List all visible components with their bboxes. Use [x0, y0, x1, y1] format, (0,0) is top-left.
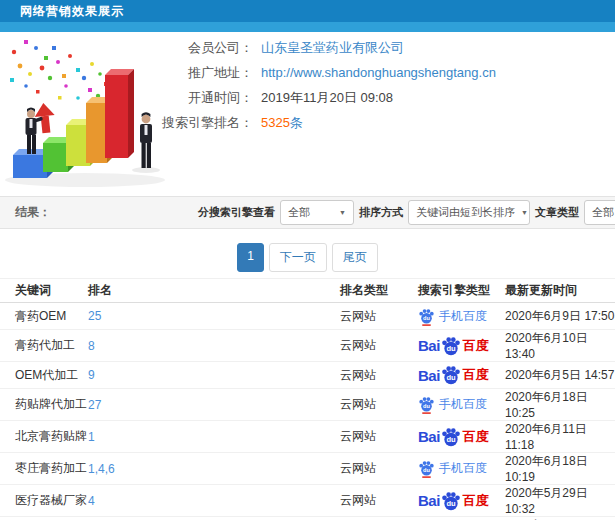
filter-controls: 分搜索引擎查看 全部 ▼ 排序方式 关键词由短到长排序 ▼ 文章类型 全部 ▼ …	[198, 197, 615, 228]
sort-filter-label: 排序方式	[359, 205, 403, 220]
promo-url-link[interactable]: http://www.shandonghuangshengtang.cn	[261, 65, 496, 80]
header-rank: 排名	[88, 279, 340, 303]
table-row: 医疗器械厂家 4 云网站 Bai du 百度 2020年5月29日 10:32	[0, 485, 615, 517]
page-title: 网络营销效果展示	[20, 4, 124, 18]
result-label: 结果：	[15, 197, 51, 228]
confetti-dots	[10, 40, 112, 106]
keyword-cell: 北京膏药贴牌	[0, 421, 88, 453]
keyword-cell: OEM代加工	[0, 362, 88, 389]
rank-type-cell: 云网站	[340, 485, 410, 517]
rank-link[interactable]: 17	[88, 517, 340, 520]
keyword-cell: 药贴牌代加工	[0, 389, 88, 421]
chevron-down-icon: ▼	[521, 209, 528, 216]
rank-link[interactable]: 1,4,6	[88, 453, 340, 485]
rank-type-cell: 云网站	[340, 517, 410, 520]
baidu-logo-cn-text: 百度	[463, 337, 489, 355]
baidu-paw-icon: du	[418, 395, 435, 414]
engine-filter-label: 分搜索引擎查看	[198, 205, 275, 220]
rank-link[interactable]: 8	[88, 330, 340, 362]
bar-red	[105, 69, 134, 158]
baidu-logo-bai-text: Bai	[418, 337, 440, 354]
engine-type-cell: Bai du 百度	[410, 330, 505, 362]
baidu-logo-cn-text: 百度	[463, 428, 489, 446]
article-type-label: 文章类型	[535, 205, 579, 220]
rank-link[interactable]: 1	[88, 421, 340, 453]
update-time-cell: 2020年6月18日 10:19	[505, 453, 615, 485]
engine-type-cell: Bai du 百度	[410, 421, 505, 453]
company-label: 会员公司：	[153, 39, 253, 57]
update-time-cell: 2020年6月10日 13:40	[505, 330, 615, 362]
baidu-logo-bai-text: Bai	[418, 492, 440, 509]
table-header-row: 关键词 排名 排名类型 搜索引擎类型 最新更新时间	[0, 279, 615, 303]
update-time-cell: 2020年6月11日 11:40	[505, 517, 615, 520]
marketing-report-page: 网络营销效果展示	[0, 0, 615, 520]
baidu-logo-bai-text: Bai	[418, 367, 440, 384]
header-update-time: 最新更新时间	[505, 279, 615, 303]
article-type-select[interactable]: 全部 ▼	[584, 200, 615, 225]
open-time-label: 开通时间：	[153, 89, 253, 107]
keyword-cell: 膏药代加工	[0, 330, 88, 362]
update-time-cell: 2020年6月9日 17:50	[505, 303, 615, 330]
rank-type-cell: 云网站	[340, 362, 410, 389]
update-time-cell: 2020年6月18日 10:25	[505, 389, 615, 421]
baidu-paw-icon: du	[441, 427, 461, 447]
baidu-logo-badge: Bai du 百度	[418, 365, 505, 385]
info-row-company: 会员公司： 山东皇圣堂药业有限公司	[153, 35, 613, 60]
results-table-container: 关键词 排名 排名类型 搜索引擎类型 最新更新时间 膏药OEM 25 云网站 d…	[0, 278, 615, 520]
next-page-button[interactable]: 下一页	[269, 243, 327, 272]
rank-type-cell: 云网站	[340, 453, 410, 485]
update-time-cell: 2020年6月11日 11:18	[505, 421, 615, 453]
table-row: 药贴牌代加工 27 云网站 du 手机百度 2020年6月18日 10:25	[0, 389, 615, 421]
header-engine-type: 搜索引擎类型	[410, 279, 505, 303]
baidu-paw-icon: du	[441, 491, 461, 511]
pagination: 1 下一页 尾页	[0, 243, 615, 272]
baidu-logo-badge: Bai du 百度	[418, 427, 505, 447]
table-row: 北京膏药贴牌 1 云网站 Bai du 百度 2020年6月11日 11:18	[0, 421, 615, 453]
sort-filter-value: 关键词由短到长排序	[416, 205, 515, 220]
ranking-count-value: 5325条	[261, 114, 303, 132]
page-button-current[interactable]: 1	[237, 243, 264, 272]
company-info-panel: 会员公司： 山东皇圣堂药业有限公司 推广地址： http://www.shand…	[153, 35, 613, 135]
results-table: 关键词 排名 排名类型 搜索引擎类型 最新更新时间 膏药OEM 25 云网站 d…	[0, 278, 615, 520]
mobile-baidu-badge: du 手机百度	[418, 459, 505, 478]
keyword-cell: 菏泽膏药厂家	[0, 517, 88, 520]
baidu-paw-icon: du	[418, 459, 435, 478]
baidu-logo-cn-text: 百度	[463, 492, 489, 510]
header-keyword: 关键词	[0, 279, 88, 303]
ranking-count-label: 搜索引擎排名：	[153, 114, 253, 132]
rank-type-cell: 云网站	[340, 330, 410, 362]
rank-type-cell: 云网站	[340, 389, 410, 421]
table-row: 菏泽膏药厂家 17 云网站 du 手机百度 2020年6月11日 11:40	[0, 517, 615, 520]
open-time-value: 2019年11月20日 09:08	[261, 89, 393, 107]
svg-text:du: du	[446, 435, 456, 444]
businessman-right	[140, 112, 152, 168]
rank-link[interactable]: 25	[88, 303, 340, 330]
header-rank-type: 排名类型	[340, 279, 410, 303]
rank-link[interactable]: 4	[88, 485, 340, 517]
last-page-button[interactable]: 尾页	[332, 243, 378, 272]
engine-filter-select[interactable]: 全部 ▼	[280, 200, 354, 225]
engine-type-cell: Bai du 百度	[410, 485, 505, 517]
title-bar-accent-strip	[0, 22, 615, 32]
results-table-body: 膏药OEM 25 云网站 du 手机百度 2020年6月9日 17:50 膏药代…	[0, 303, 615, 520]
rank-type-cell: 云网站	[340, 421, 410, 453]
table-row: 膏药OEM 25 云网站 du 手机百度 2020年6月9日 17:50	[0, 303, 615, 330]
engine-type-cell: du 手机百度	[410, 517, 505, 520]
rank-link[interactable]: 9	[88, 362, 340, 389]
keyword-cell: 膏药OEM	[0, 303, 88, 330]
sort-filter-select[interactable]: 关键词由短到长排序 ▼	[408, 200, 530, 225]
rank-link[interactable]: 27	[88, 389, 340, 421]
info-row-open-time: 开通时间： 2019年11月20日 09:08	[153, 85, 613, 110]
keyword-cell: 医疗器械厂家	[0, 485, 88, 517]
mobile-baidu-label: 手机百度	[439, 396, 487, 413]
info-row-ranking-count: 搜索引擎排名： 5325条	[153, 110, 613, 135]
baidu-logo-bai-text: Bai	[418, 428, 440, 445]
mobile-baidu-badge: du 手机百度	[418, 395, 505, 414]
svg-text:du: du	[446, 373, 456, 382]
table-row: OEM代加工 9 云网站 Bai du 百度 2020年6月5日 14:57	[0, 362, 615, 389]
baidu-paw-icon: du	[441, 365, 461, 385]
up-arrow	[33, 102, 56, 134]
engine-type-cell: du 手机百度	[410, 389, 505, 421]
company-name-link[interactable]: 山东皇圣堂药业有限公司	[261, 39, 404, 57]
svg-text:du: du	[423, 315, 430, 321]
